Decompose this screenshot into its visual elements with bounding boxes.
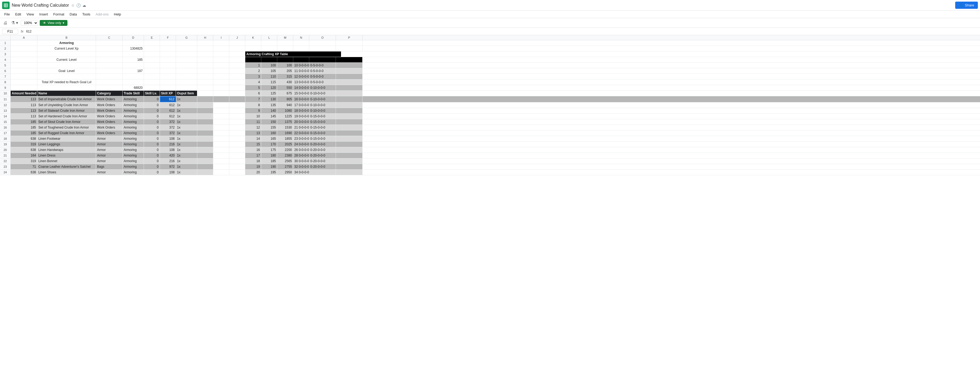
cell-h17[interactable] [197, 130, 213, 136]
cell-f1[interactable] [160, 40, 176, 46]
cell-j3[interactable] [229, 51, 245, 57]
cell-d4[interactable]: 185 [123, 57, 144, 62]
menu-tools[interactable]: Tools [80, 11, 92, 17]
cell-c16[interactable]: Work Orders [96, 125, 123, 130]
cell-i6[interactable] [213, 68, 229, 73]
cell-i15[interactable] [213, 119, 229, 124]
cell-h20[interactable] [197, 147, 213, 153]
cell-a9[interactable] [11, 85, 37, 91]
cell-b11[interactable]: Set of Impenetrable Crude Iron Armor [37, 96, 96, 102]
cell-h13[interactable] [197, 108, 213, 113]
cell-i22[interactable] [213, 158, 229, 164]
cell-h19[interactable] [197, 142, 213, 147]
cell-e20[interactable]: 0 [144, 147, 160, 153]
cell-c22[interactable]: Armor [96, 158, 123, 164]
cell-b4[interactable]: Current: Level [37, 57, 96, 62]
cell-a16[interactable]: 185 [11, 125, 37, 130]
cell-a3[interactable] [11, 51, 37, 57]
cell-f10[interactable]: Skill XP [160, 91, 176, 96]
cell-a18[interactable]: 638 [11, 136, 37, 142]
cell-k2[interactable] [245, 46, 261, 51]
cell-o2[interactable] [309, 46, 336, 51]
cell-g14[interactable]: 1x [176, 114, 197, 119]
cell-d3[interactable] [123, 51, 144, 57]
cell-b5[interactable] [37, 63, 96, 68]
cell-f15[interactable]: 372 [160, 119, 176, 124]
cell-i7[interactable] [213, 74, 229, 79]
cell-h3[interactable] [197, 51, 213, 57]
cell-d7[interactable] [123, 74, 144, 79]
cell-i12[interactable] [213, 102, 229, 108]
cell-c8[interactable] [96, 79, 123, 85]
cell-i11[interactable] [213, 96, 229, 102]
cell-f13[interactable]: 612 [160, 108, 176, 113]
cell-b1[interactable]: Armoring [37, 40, 96, 46]
cell-a6[interactable] [11, 68, 37, 73]
cell-i1[interactable] [213, 40, 229, 46]
share-button[interactable]: 👤 Share [955, 2, 978, 9]
cell-e7[interactable] [144, 74, 160, 79]
cell-g23[interactable]: 1x [176, 164, 197, 169]
cell-h23[interactable] [197, 164, 213, 169]
cell-f6[interactable] [160, 68, 176, 73]
cell-c11[interactable]: Work Orders [96, 96, 123, 102]
cell-c4[interactable] [96, 57, 123, 62]
cell-g12[interactable]: 1x [176, 102, 197, 108]
cell-e12[interactable]: 0 [144, 102, 160, 108]
cell-m2[interactable] [277, 46, 293, 51]
cell-b24[interactable]: Linen Shoes [37, 170, 96, 175]
cell-e4[interactable] [144, 57, 160, 62]
cell-g19[interactable]: 1x [176, 142, 197, 147]
view-only-button[interactable]: 👁 View only ▾ [40, 20, 67, 26]
cell-b18[interactable]: Linen Footwear [37, 136, 96, 142]
cell-g9[interactable] [176, 85, 197, 91]
cell-e8[interactable] [144, 79, 160, 85]
cell-n2[interactable] [293, 46, 309, 51]
cell-f17[interactable]: 372 [160, 130, 176, 136]
cell-j18[interactable] [229, 136, 245, 142]
cell-j2[interactable] [229, 46, 245, 51]
cell-b21[interactable]: Linen Dress [37, 153, 96, 158]
cell-o1[interactable] [309, 40, 336, 46]
cell-d17[interactable]: Armoring [123, 130, 144, 136]
cell-b2[interactable]: Current Level Xp [37, 46, 96, 51]
cell-b23[interactable]: Coarse Leather Adventurer's Satchel [37, 164, 96, 169]
cell-j4[interactable] [229, 57, 245, 62]
cell-n1[interactable] [293, 40, 309, 46]
cell-c20[interactable]: Armor [96, 147, 123, 153]
cell-b15[interactable]: Set of Stout Crude Iron Armor [37, 119, 96, 124]
cell-a23[interactable]: 71 [11, 164, 37, 169]
cell-a19[interactable]: 319 [11, 142, 37, 147]
cell-j22[interactable] [229, 158, 245, 164]
cell-j7[interactable] [229, 74, 245, 79]
cell-g5[interactable] [176, 63, 197, 68]
cell-g11[interactable]: 1x [176, 96, 197, 102]
cell-a10[interactable]: Amount Needed [11, 91, 37, 96]
cell-e22[interactable]: 0 [144, 158, 160, 164]
cell-a12[interactable]: 113 [11, 102, 37, 108]
cell-d13[interactable]: Armoring [123, 108, 144, 113]
cell-j13[interactable] [229, 108, 245, 113]
cell-g2[interactable] [176, 46, 197, 51]
cell-a1[interactable] [11, 40, 37, 46]
cell-a17[interactable]: 185 [11, 130, 37, 136]
cell-h22[interactable] [197, 158, 213, 164]
cell-e2[interactable] [144, 46, 160, 51]
menu-data[interactable]: Data [67, 11, 79, 17]
cell-p2[interactable] [336, 46, 363, 51]
cell-j1[interactable] [229, 40, 245, 46]
cell-b16[interactable]: Set of Toughened Crude Iron Armor [37, 125, 96, 130]
cell-j14[interactable] [229, 114, 245, 119]
menu-view[interactable]: View [24, 11, 36, 17]
cell-f5[interactable] [160, 63, 176, 68]
cell-h24[interactable] [197, 170, 213, 175]
cell-a7[interactable] [11, 74, 37, 79]
cell-f8[interactable] [160, 79, 176, 85]
cell-j15[interactable] [229, 119, 245, 124]
cell-g24[interactable]: 1x [176, 170, 197, 175]
zoom-selector[interactable]: 100% 75% 125% 150% [21, 20, 38, 26]
cell-k1[interactable] [245, 40, 261, 46]
cell-i21[interactable] [213, 153, 229, 158]
cell-b10[interactable]: Name [37, 91, 96, 96]
cell-g20[interactable]: 1x [176, 147, 197, 153]
